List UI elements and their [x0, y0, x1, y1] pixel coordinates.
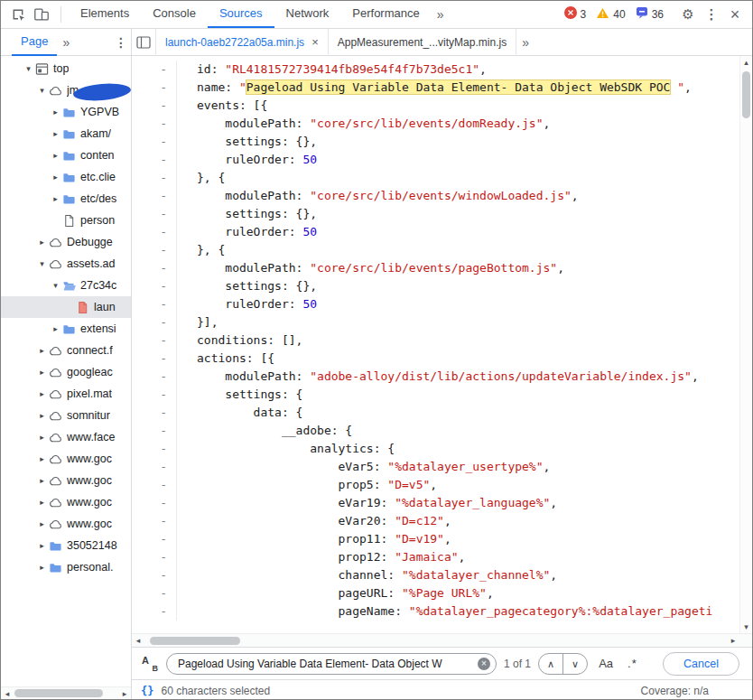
code-line[interactable]: - settings: {},	[132, 277, 752, 295]
code-line[interactable]: - analytics: {	[132, 440, 752, 458]
tree-expand-arrow-icon[interactable]: ▸	[36, 476, 48, 485]
code-line[interactable]: - pageURL: "%Page URL%",	[132, 584, 752, 602]
code-line[interactable]: -}, {	[132, 169, 752, 187]
tree-expand-arrow-icon[interactable]: ▾	[50, 281, 61, 290]
gutter-marker[interactable]: -	[132, 259, 177, 277]
tree-expand-arrow-icon[interactable]: ▸	[50, 324, 61, 333]
scroll-right-arrow-icon[interactable]: ▸	[727, 634, 739, 647]
code-line[interactable]: -id: "RL4181572739414fb89e54f4f7b73de5c1…	[132, 61, 752, 79]
tree-item-connect-f[interactable]: ▸connect.f	[1, 340, 131, 361]
tree-expand-arrow-icon[interactable]: ▾	[36, 259, 48, 268]
editor-hscrollbar[interactable]: ◂ ▸	[132, 633, 752, 647]
error-badge[interactable]: 3	[564, 6, 587, 23]
cancel-button[interactable]: Cancel	[663, 652, 739, 676]
tree-item-top[interactable]: ▾top	[1, 58, 131, 79]
code-line[interactable]: - pageName: "%datalayer_pagecategory%:%d…	[132, 602, 752, 621]
tab-console[interactable]: Console	[141, 1, 208, 28]
gutter-marker[interactable]: -	[132, 530, 177, 548]
code-line[interactable]: - data: {	[132, 404, 752, 422]
match-case-button[interactable]: Aa	[599, 657, 613, 670]
overflow-menu-icon[interactable]: ⋮	[700, 3, 723, 26]
gutter-marker[interactable]: -	[132, 386, 177, 404]
tree-item-extensi[interactable]: ▸extensi	[1, 318, 131, 340]
code-line[interactable]: - eVar19: "%datalayer_language%",	[132, 494, 752, 512]
scroll-up-arrow-icon[interactable]: ▴	[740, 56, 753, 69]
code-line[interactable]: -conditions: [],	[132, 331, 752, 350]
more-panels-chevron-icon[interactable]: »	[432, 7, 450, 22]
code-line[interactable]: - modulePath: "core/src/lib/events/pageB…	[132, 259, 752, 277]
settings-gear-icon[interactable]: ⚙	[676, 3, 700, 26]
tree-item-assets-ad[interactable]: ▾assets.ad	[1, 253, 131, 275]
tree-expand-arrow-icon[interactable]: ▸	[50, 194, 61, 203]
tree-expand-arrow-icon[interactable]: ▸	[36, 563, 48, 572]
code-line[interactable]: - eVar20: "D=c12",	[132, 512, 752, 530]
tree-item-laun[interactable]: laun	[1, 296, 131, 318]
navigator-more-chevron-icon[interactable]: »	[57, 35, 75, 50]
tree-item-personal[interactable]: ▸personal.	[1, 556, 131, 578]
tree-expand-arrow-icon[interactable]: ▸	[36, 519, 48, 528]
scroll-down-arrow-icon[interactable]: ▾	[740, 621, 753, 633]
gutter-marker[interactable]: -	[132, 512, 177, 530]
find-input[interactable]	[166, 653, 497, 675]
gutter-marker[interactable]: -	[132, 476, 177, 494]
regex-button[interactable]: .*	[628, 657, 637, 670]
gutter-marker[interactable]: -	[132, 61, 177, 79]
device-toolbar-icon[interactable]	[30, 3, 53, 26]
tree-expand-arrow-icon[interactable]: ▸	[50, 107, 61, 117]
tree-expand-arrow-icon[interactable]: ▸	[36, 541, 48, 550]
gutter-marker[interactable]: -	[132, 602, 177, 621]
code-line[interactable]: - __adobe: {	[132, 422, 752, 440]
tree-expand-arrow-icon[interactable]: ▸	[50, 129, 61, 138]
gutter-marker[interactable]: -	[132, 458, 177, 476]
toggle-navigator-panel-icon[interactable]	[132, 31, 155, 54]
tree-item-pixel-mat[interactable]: ▸pixel.mat	[1, 383, 131, 405]
code-line[interactable]: - eVar5: "%datalayer_usertype%",	[132, 458, 752, 476]
next-match-button[interactable]: ∨	[563, 654, 587, 674]
code-line[interactable]: - channel: "%datalayer_channel%",	[132, 566, 752, 584]
scrollbar-track[interactable]	[14, 687, 118, 700]
gutter-marker[interactable]: -	[132, 79, 177, 97]
gutter-marker[interactable]: -	[132, 584, 177, 602]
clear-search-icon[interactable]: ×	[478, 658, 490, 670]
code-line[interactable]: - prop12: "Jamaica",	[132, 548, 752, 566]
code-line[interactable]: - settings: {},	[132, 205, 752, 223]
gutter-marker[interactable]: -	[132, 133, 177, 151]
scroll-left-arrow-icon[interactable]: ◂	[132, 634, 144, 647]
editor-tabs-more-chevron-icon[interactable]: »	[516, 35, 535, 50]
scroll-left-arrow-icon[interactable]: ◂	[1, 687, 14, 700]
gutter-marker[interactable]: -	[132, 422, 177, 440]
code-line[interactable]: - modulePath: "adobe-alloy/dist/lib/acti…	[132, 368, 752, 386]
gutter-marker[interactable]: -	[132, 115, 177, 133]
inspect-element-icon[interactable]	[6, 3, 30, 26]
tree-item-ygpvb[interactable]: ▸YGPVB	[1, 101, 131, 123]
code-line[interactable]: - ruleOrder: 50	[132, 295, 752, 313]
gutter-marker[interactable]: -	[132, 295, 177, 313]
tree-item-www-goc[interactable]: ▸www.goc	[1, 513, 131, 535]
sidebar-hscrollbar[interactable]: ◂ ▸	[1, 686, 131, 699]
code-line[interactable]: -}, {	[132, 241, 752, 259]
code-line[interactable]: - modulePath: "core/src/lib/events/windo…	[132, 187, 752, 205]
tree-item-www-face[interactable]: ▸www.face	[1, 426, 131, 448]
gutter-marker[interactable]: -	[132, 169, 177, 187]
gutter-marker[interactable]: -	[132, 187, 177, 205]
tree-item-etc-clie[interactable]: ▸etc.clie	[1, 166, 131, 188]
file-tab-appmeasurement[interactable]: AppMeasurement_...vityMap.min.js	[329, 29, 516, 56]
previous-match-button[interactable]: ∧	[539, 654, 563, 674]
code-line[interactable]: - ruleOrder: 50	[132, 151, 752, 169]
code-line[interactable]: - modulePath: "core/src/lib/events/domRe…	[132, 115, 752, 133]
tree-expand-arrow-icon[interactable]: ▸	[36, 411, 48, 420]
gutter-marker[interactable]: -	[132, 205, 177, 223]
tree-expand-arrow-icon[interactable]: ▾	[23, 64, 34, 73]
code-line[interactable]: - prop5: "D=v5",	[132, 476, 752, 494]
scrollbar-thumb[interactable]	[150, 637, 240, 645]
gutter-marker[interactable]: -	[132, 440, 177, 458]
tree-expand-arrow-icon[interactable]: ▸	[36, 368, 48, 377]
gutter-marker[interactable]: -	[132, 97, 177, 115]
tree-expand-arrow-icon[interactable]: ▸	[50, 173, 61, 182]
tree-item-www-goc[interactable]: ▸www.goc	[1, 491, 131, 513]
pretty-print-icon[interactable]: {}	[141, 685, 153, 697]
tree-item-www-goc[interactable]: ▸www.goc	[1, 470, 131, 491]
tab-sources[interactable]: Sources	[208, 1, 274, 28]
scrollbar-track[interactable]	[144, 634, 727, 648]
tree-item-conten[interactable]: ▸conten	[1, 145, 131, 166]
